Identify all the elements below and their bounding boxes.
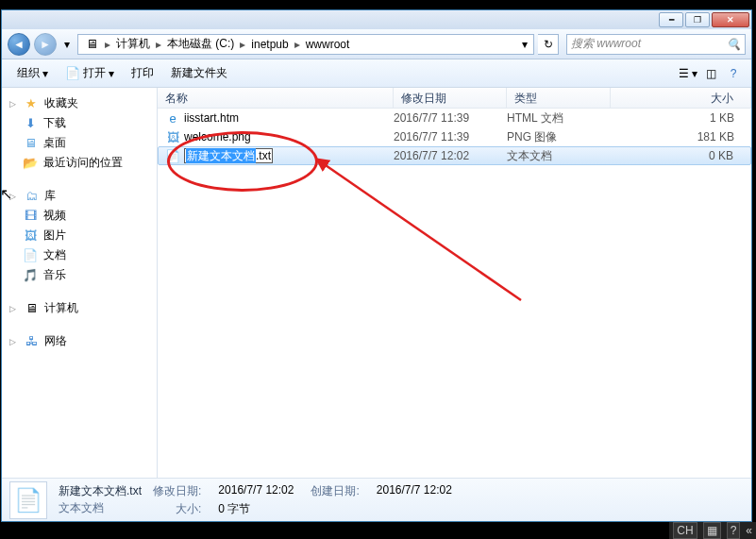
details-create-label: 创建日期: xyxy=(311,483,359,499)
file-list[interactable]: eiisstart.htm 2016/7/7 11:39 HTML 文档 1 K… xyxy=(158,109,751,478)
col-size[interactable]: 大小 xyxy=(611,88,751,108)
rename-ext: .txt xyxy=(256,149,271,162)
titlebar: ━ ❐ ✕ xyxy=(2,10,751,29)
music-icon: 🎵 xyxy=(23,268,38,283)
back-button[interactable]: ◄ xyxy=(8,33,30,56)
ime-lang[interactable]: CH xyxy=(673,522,697,539)
file-type: 文本文档 xyxy=(507,148,611,164)
file-size: 0 KB xyxy=(611,149,750,162)
ime-help[interactable]: ? xyxy=(727,522,741,539)
rename-input[interactable]: 新建文本文档.txt xyxy=(184,148,273,163)
file-date: 2016/7/7 11:39 xyxy=(394,130,507,143)
explorer-window: ━ ❐ ✕ ◄ ► ▾ 🖥 ▸ 计算机 ▸ 本地磁盘 (C:) ▸ inetpu… xyxy=(1,9,752,522)
navbar: ◄ ► ▾ 🖥 ▸ 计算机 ▸ 本地磁盘 (C:) ▸ inetpub ▸ ww… xyxy=(2,29,751,59)
search-icon: 🔍 xyxy=(727,38,741,51)
new-folder-button[interactable]: 新建文件夹 xyxy=(163,62,235,84)
taskbar-tray: CH ▦ ? « xyxy=(669,522,756,539)
network-icon: 🖧 xyxy=(24,334,39,349)
rename-selected-text: 新建文本文档 xyxy=(186,148,256,163)
sidebar-documents[interactable]: 📄文档 xyxy=(2,245,157,265)
column-headers: 名称 修改日期 类型 大小 xyxy=(158,88,751,109)
breadcrumb-sep: ▸ xyxy=(293,38,302,51)
network-group[interactable]: ▷🖧网络 xyxy=(2,331,157,351)
breadcrumb-seg[interactable]: wwwroot xyxy=(302,38,354,51)
search-box[interactable]: 搜索 wwwroot 🔍 xyxy=(566,34,746,55)
details-filename: 新建文本文档.txt xyxy=(59,483,142,499)
details-size-value: 0 字节 xyxy=(218,501,294,517)
help-button[interactable]: ? xyxy=(723,63,744,84)
file-date: 2016/7/7 11:39 xyxy=(394,111,507,125)
preview-pane-button[interactable]: ◫ xyxy=(700,63,721,84)
txt-icon: 📄 xyxy=(165,148,180,163)
organize-button[interactable]: 组织 ▾ xyxy=(9,62,56,84)
file-name: welcome.png xyxy=(184,130,251,143)
sidebar-pictures[interactable]: 🖼图片 xyxy=(2,226,157,245)
computer-icon: 🖥 xyxy=(84,37,99,52)
open-button[interactable]: 📄打开 ▾ xyxy=(58,62,122,84)
sidebar-music[interactable]: 🎵音乐 xyxy=(2,265,157,285)
nav-tree: ▷★收藏夹 ⬇下载 🖥桌面 📂最近访问的位置 ▷🗂库 🎞视频 🖼图片 📄文档 🎵… xyxy=(2,88,158,478)
document-icon: 📄 xyxy=(23,248,38,263)
details-create-value: 2016/7/7 12:02 xyxy=(377,483,452,499)
computer-group[interactable]: ▷🖥计算机 xyxy=(2,298,157,318)
file-type: HTML 文档 xyxy=(507,110,611,126)
body: ▷★收藏夹 ⬇下载 🖥桌面 📂最近访问的位置 ▷🗂库 🎞视频 🖼图片 📄文档 🎵… xyxy=(2,88,751,478)
details-mod-value: 2016/7/7 12:02 xyxy=(218,483,294,499)
view-button[interactable]: ☰ ▾ xyxy=(678,63,698,84)
sidebar-downloads[interactable]: ⬇下载 xyxy=(2,113,157,133)
minimize-button[interactable]: ━ xyxy=(659,12,683,27)
file-list-pane: 名称 修改日期 类型 大小 eiisstart.htm 2016/7/7 11:… xyxy=(158,88,751,478)
breadcrumb-root[interactable]: 🖥 xyxy=(80,37,103,52)
desktop-icon: 🖥 xyxy=(23,136,38,151)
forward-button[interactable]: ► xyxy=(34,33,57,56)
search-placeholder: 搜索 wwwroot xyxy=(571,36,641,52)
details-pane: 📄 新建文本文档.txt 文本文档 修改日期: 2016/7/7 12:02 创… xyxy=(2,478,751,521)
downloads-icon: ⬇ xyxy=(23,116,38,131)
file-date: 2016/7/7 12:02 xyxy=(394,149,507,162)
computer-icon: 🖥 xyxy=(24,301,39,316)
libraries-group[interactable]: ▷🗂库 xyxy=(2,186,157,206)
col-name[interactable]: 名称 xyxy=(158,88,394,108)
recent-icon: 📂 xyxy=(23,156,38,171)
address-dropdown[interactable]: ▾ xyxy=(518,38,531,51)
breadcrumb-sep: ▸ xyxy=(238,38,247,51)
ime-mode[interactable]: ▦ xyxy=(703,522,721,539)
favorites-group[interactable]: ▷★收藏夹 xyxy=(2,93,157,113)
breadcrumb-seg[interactable]: inetpub xyxy=(247,38,292,51)
breadcrumb-sep: ▸ xyxy=(154,38,163,51)
details-mod-label: 修改日期: xyxy=(153,483,201,499)
file-name: iisstart.htm xyxy=(184,111,239,125)
breadcrumb-sep: ▸ xyxy=(103,38,112,51)
library-icon: 🗂 xyxy=(24,189,39,204)
close-button[interactable]: ✕ xyxy=(712,12,749,27)
file-row[interactable]: eiisstart.htm 2016/7/7 11:39 HTML 文档 1 K… xyxy=(158,109,751,127)
col-type[interactable]: 类型 xyxy=(507,88,611,108)
sidebar-videos[interactable]: 🎞视频 xyxy=(2,206,157,226)
print-button[interactable]: 打印 xyxy=(124,62,161,84)
png-icon: 🖼 xyxy=(165,129,180,144)
file-type: PNG 图像 xyxy=(507,129,611,145)
sidebar-recent[interactable]: 📂最近访问的位置 xyxy=(2,153,157,173)
picture-icon: 🖼 xyxy=(23,228,38,244)
details-filetype: 文本文档 xyxy=(59,500,142,516)
details-size-label: 大小: xyxy=(153,501,201,517)
refresh-button[interactable]: ↻ xyxy=(538,34,559,55)
breadcrumb-seg[interactable]: 本地磁盘 (C:) xyxy=(163,36,238,52)
address-bar[interactable]: 🖥 ▸ 计算机 ▸ 本地磁盘 (C:) ▸ inetpub ▸ wwwroot … xyxy=(77,34,534,55)
details-file-icon: 📄 xyxy=(9,481,47,519)
notepad-icon: 📄 xyxy=(65,66,80,81)
history-dropdown[interactable]: ▾ xyxy=(60,33,74,56)
video-icon: 🎞 xyxy=(23,209,38,224)
file-row-selected[interactable]: 📄 新建文本文档.txt 2016/7/7 12:02 文本文档 0 KB xyxy=(158,146,751,165)
file-size: 181 KB xyxy=(611,130,751,143)
file-row[interactable]: 🖼welcome.png 2016/7/7 11:39 PNG 图像 181 K… xyxy=(158,127,751,146)
breadcrumb-seg[interactable]: 计算机 xyxy=(112,36,154,52)
tray-more[interactable]: « xyxy=(746,524,752,537)
file-size: 1 KB xyxy=(611,111,751,125)
toolbar: 组织 ▾ 📄打开 ▾ 打印 新建文件夹 ☰ ▾ ◫ ? xyxy=(2,59,751,88)
sidebar-desktop[interactable]: 🖥桌面 xyxy=(2,133,157,153)
html-icon: e xyxy=(165,110,180,126)
maximize-button[interactable]: ❐ xyxy=(685,12,710,27)
col-date[interactable]: 修改日期 xyxy=(394,88,507,108)
star-icon: ★ xyxy=(24,96,39,111)
